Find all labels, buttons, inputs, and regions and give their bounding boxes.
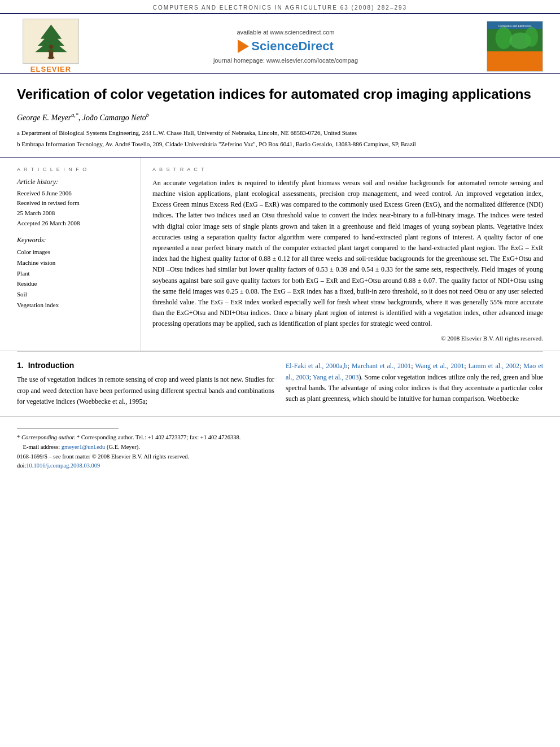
corresponding-phone: * Corresponding author. Tel.: +1 402 472… [77,434,241,440]
affiliations: a Department of Biological Systems Engin… [17,128,543,149]
keyword-plant: Plant [17,268,132,279]
revised-label: Received in revised form [17,198,132,208]
article-info-col: A R T I C L E I N F O Article history: R… [17,158,141,351]
affiliation-a: a Department of Biological Systems Engin… [17,128,543,138]
intro-left-text-content: The use of vegetation indices in remote … [17,375,274,405]
history-title: Article history: [17,178,132,186]
corresponding-note: * Corresponding author. * Corresponding … [17,433,543,443]
issn-note: 0168-1699/$ – see front matter © 2008 El… [17,452,543,462]
copyright-line: © 2008 Elsevier B.V. All rights reserved… [152,335,543,342]
ref-elfaki[interactable]: El-Faki et al., 2000a,b [286,362,348,370]
received-date: Received 6 June 2006 [17,189,132,199]
elsevier-label: ELSEVIER [30,65,71,73]
banner-row: ELSEVIER available at www.sciencedirect.… [0,13,560,74]
abstract-text: An accurate vegetation index is required… [152,178,543,330]
authors: George E. Meyera,*, João Camargo Netob [17,112,543,123]
svg-text:cea: cea [511,55,519,60]
author-b-name: João Camargo Neto [82,113,146,122]
svg-point-5 [49,45,53,49]
abstract-col: A B S T R A C T An accurate vegetation i… [141,158,543,351]
email-note: E-mail address: gmeyer1@unl.edu (G.E. Me… [17,443,543,452]
journal-cover-image: Computers and Electronics cea [487,21,543,72]
sciencedirect-logo: ScienceDirect [96,39,475,54]
author-a-name: George E. Meyer [17,113,71,122]
author-separator: , [78,113,82,122]
accepted-date: Accepted 26 March 2008 [17,219,132,229]
keyword-soil: Soil [17,289,132,300]
available-text: available at www.sciencedirect.com [96,29,475,36]
intro-number: 1. [17,361,24,370]
keyword-machine-vision: Machine vision [17,257,132,268]
doi-note: doi:10.1016/j.compag.2008.03.009 [17,461,543,471]
sd-arrow-icon [238,40,249,53]
author-a-sup: a,* [71,112,78,118]
intro-right-text: El-Faki et al., 2000a,b; Marchant et al.… [286,361,543,404]
corresponding-text: Corresponding author. [21,434,75,440]
keyword-residue: Residue [17,278,132,289]
intro-heading: 1. Introduction [17,361,274,370]
sd-text: ScienceDirect [251,39,334,54]
page-footer: * Corresponding author. * Corresponding … [0,416,560,477]
article-title: Verification of color vegetation indices… [17,85,543,103]
body-right-col: El-Faki et al., 2000a,b; Marchant et al.… [286,361,543,407]
svg-point-14 [496,27,512,49]
revised-date: 25 March 2008 [17,208,132,219]
journal-title-text: COMPUTERS AND ELECTRONICS IN AGRICULTURE… [153,5,407,11]
intro-title: Introduction [28,361,75,370]
corresponding-label: * [17,434,21,440]
body-content: 1. Introduction The use of vegetation in… [0,352,560,407]
elsevier-tree-image [23,19,79,64]
keyword-vegetation-index: Vegetation index [17,300,132,311]
ref-marchant[interactable]: Marchant et al., 2001 [352,362,411,370]
article-info-label: A R T I C L E I N F O [17,167,132,172]
article-info-abstract-section: A R T I C L E I N F O Article history: R… [0,158,560,352]
ref-wang[interactable]: Wang et al., 2001 [415,362,464,370]
ref-lamm[interactable]: Lamm et al., 2002 [468,362,519,370]
author-b-sup: b [146,112,149,118]
svg-rect-17 [487,51,542,71]
elsevier-logo: ELSEVIER [17,19,85,73]
intro-left-text: The use of vegetation indices in remote … [17,374,274,407]
keywords-group: Keywords: Color images Machine vision Pl… [17,236,132,310]
article-title-section: Verification of color vegetation indices… [0,74,560,158]
doi-link[interactable]: 10.1016/j.compag.2008.03.009 [26,462,100,469]
footer-rule [17,428,119,429]
email-link[interactable]: gmeyer1@unl.edu [62,444,106,450]
affiliation-b: b Embrapa Information Tecnology, Av. And… [17,139,543,149]
ref-yang[interactable]: Yang et al., 2003 [313,373,359,381]
svg-point-16 [525,27,539,46]
keywords-title: Keywords: [17,236,132,244]
abstract-label: A B S T R A C T [152,167,543,172]
body-left-col: 1. Introduction The use of vegetation in… [17,361,274,407]
article-history: Article history: Received 6 June 2006 Re… [17,178,132,228]
keyword-color-images: Color images [17,247,132,257]
journal-homepage: journal homepage: www.elsevier.com/locat… [96,57,475,64]
banner-center: available at www.sciencedirect.com Scien… [85,29,487,64]
journal-header: COMPUTERS AND ELECTRONICS IN AGRICULTURE… [0,0,560,13]
